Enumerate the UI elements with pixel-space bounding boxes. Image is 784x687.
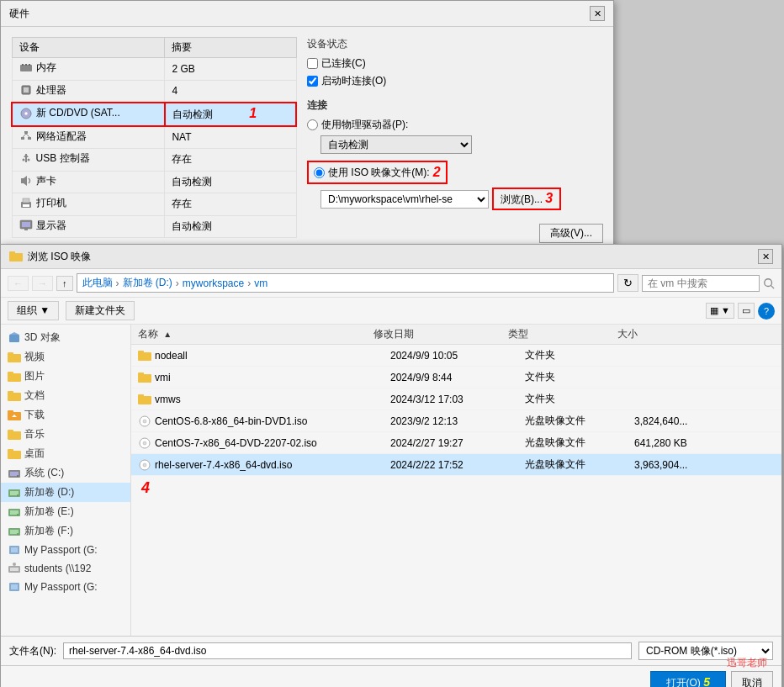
cdrom-icon xyxy=(19,107,33,120)
breadcrumb-vm[interactable]: vm xyxy=(254,277,268,289)
col-size-header[interactable]: 大小 xyxy=(617,327,702,341)
sidebar-item-drive-f[interactable]: 新加卷 (F:) xyxy=(1,521,130,541)
file-row-nodeall[interactable]: nodeall 2024/9/9 10:05 文件夹 xyxy=(131,345,781,367)
refresh-button[interactable]: ↻ xyxy=(617,274,638,292)
sidebar-item-my-passport[interactable]: My Passport (G: xyxy=(1,541,130,559)
col-date-header[interactable]: 修改日期 xyxy=(373,327,508,341)
help-button[interactable]: ? xyxy=(758,303,775,320)
audio-icon xyxy=(19,174,33,188)
back-button[interactable]: ← xyxy=(8,276,29,291)
file-header: 名称 ▲ 修改日期 类型 大小 xyxy=(131,325,781,345)
sidebar-item-downloads[interactable]: 下载 xyxy=(1,405,130,425)
table-row[interactable]: USB 控制器 存在 xyxy=(12,149,296,172)
new-folder-button[interactable]: 新建文件夹 xyxy=(66,301,135,320)
up-button[interactable]: ↑ xyxy=(56,276,73,291)
cancel-button[interactable]: 取消 xyxy=(731,671,773,687)
sidebar-item-music[interactable]: 音乐 xyxy=(1,425,130,444)
breadcrumb-drive[interactable]: 新加卷 (D:) xyxy=(123,276,172,290)
open-button[interactable]: 打开(O) 5 xyxy=(650,671,726,687)
table-row[interactable]: 内存 2 GB xyxy=(12,58,296,81)
sidebar-item-documents[interactable]: 文档 xyxy=(1,386,130,405)
svg-point-15 xyxy=(22,158,24,161)
connection-section: 连接 使用物理驱动器(P): 自动检测 使用 ISO 映像文件(M): 2 xyxy=(307,98,603,210)
svg-rect-58 xyxy=(10,568,19,571)
hardware-dialog: 硬件 ✕ 设备 摘要 内存 xyxy=(0,0,614,254)
iso-radio[interactable] xyxy=(314,167,325,178)
col-type-header[interactable]: 类型 xyxy=(508,327,617,341)
file-row-vmws[interactable]: vmws 2024/3/12 17:03 文件夹 xyxy=(131,388,781,410)
svg-rect-63 xyxy=(138,351,144,354)
bottom-bar: 文件名(N): CD-ROM 映像(*.iso) xyxy=(1,636,781,665)
sidebar-item-students[interactable]: students (\\192 xyxy=(1,559,130,578)
file-row-rhel[interactable]: rhel-server-7.4-x86_64-dvd.iso 2024/2/22… xyxy=(131,454,781,476)
table-row[interactable]: 打印机 存在 xyxy=(12,193,296,216)
browse-close-button[interactable]: ✕ xyxy=(758,249,773,264)
table-row[interactable]: 处理器 4 xyxy=(12,80,296,103)
sidebar-item-pictures[interactable]: 图片 xyxy=(1,367,130,386)
sidebar-item-desktop[interactable]: 桌面 xyxy=(1,444,130,463)
connected-row: 已连接(C) xyxy=(307,56,603,71)
table-row[interactable]: 网络适配器 NAT xyxy=(12,126,296,149)
device-status-section: 设备状态 已连接(C) 启动时连接(O) xyxy=(307,37,603,88)
sidebar-item-drive-c[interactable]: 系统 (C:) xyxy=(1,463,130,483)
table-row[interactable]: 声卡 自动检测 xyxy=(12,171,296,193)
preview-button[interactable]: ▭ xyxy=(738,303,755,319)
svg-point-54 xyxy=(17,533,19,535)
iso-centos7-icon xyxy=(138,436,151,450)
conn-title: 连接 xyxy=(307,98,603,113)
breadcrumb-pc[interactable]: 此电脑 xyxy=(82,276,113,290)
device-table: 设备 摘要 内存 2 GB xyxy=(11,37,297,238)
action-bar: 打开(O) 5 取消 xyxy=(1,665,781,687)
svg-rect-19 xyxy=(23,198,29,203)
search-icon xyxy=(763,277,775,289)
breadcrumb-workspace[interactable]: myworkspace xyxy=(183,277,244,289)
watermark: 迅哥老师 xyxy=(727,656,767,670)
svg-line-27 xyxy=(771,285,775,288)
drive-e-icon xyxy=(8,505,21,519)
table-row-cdrom[interactable]: 新 CD/DVD (SAT... 自动检测 1 xyxy=(12,103,296,126)
iso-label: 使用 ISO 映像文件(M): xyxy=(328,166,430,180)
folder-nodeall-icon xyxy=(138,349,151,362)
hw-titlebar: 硬件 ✕ xyxy=(1,1,613,27)
browse-toolbar: 组织 ▼ 新建文件夹 ▦ ▼ ▭ ? xyxy=(1,298,781,325)
svg-rect-3 xyxy=(29,64,30,66)
col-name-header[interactable]: 名称 ▲ xyxy=(138,327,373,341)
file-area: 名称 ▲ 修改日期 类型 大小 nodeall 2024/9/9 10:05 文… xyxy=(131,325,781,636)
svg-rect-61 xyxy=(11,584,18,589)
browse-nav: ← → ↑ 此电脑 › 新加卷 (D:) › myworkspace › vm … xyxy=(1,269,781,298)
connected-checkbox[interactable] xyxy=(307,58,318,69)
sidebar-item-3d[interactable]: 3D 对象 xyxy=(1,328,130,347)
forward-button[interactable]: → xyxy=(32,276,53,291)
file-row-centos7[interactable]: CentOS-7-x86_64-DVD-2207-02.iso 2024/2/2… xyxy=(131,432,781,454)
svg-rect-40 xyxy=(8,430,13,433)
auto-connect-row: 启动时连接(O) xyxy=(307,74,603,88)
drive-d-icon xyxy=(8,486,21,499)
file-row-vmi[interactable]: vmi 2024/9/9 8:44 文件夹 xyxy=(131,367,781,388)
file-row-centos68[interactable]: CentOS-6.8-x86_64-bin-DVD1.iso 2023/9/2 … xyxy=(131,410,781,432)
sidebar-item-my-passport-g[interactable]: My Passport (G: xyxy=(1,578,130,596)
hw-close-button[interactable]: ✕ xyxy=(590,6,605,21)
sidebar-item-drive-e[interactable]: 新加卷 (E:) xyxy=(1,502,130,521)
iso-path-select[interactable]: D:\myworkspace\vm\rhel-se xyxy=(320,190,489,209)
table-row[interactable]: 显示器 自动检测 xyxy=(12,215,296,238)
auto-connect-checkbox[interactable] xyxy=(307,76,318,87)
svg-point-48 xyxy=(17,494,19,496)
browse-iso-button[interactable]: 浏览(B)... 3 xyxy=(492,188,561,210)
physical-radio[interactable] xyxy=(307,119,318,130)
organize-button[interactable]: 组织 ▼ xyxy=(8,301,59,320)
drive-g-icon xyxy=(8,543,21,557)
hw-title: 硬件 xyxy=(9,7,29,21)
filename-input[interactable] xyxy=(63,642,632,659)
advanced-button[interactable]: 高级(V)... xyxy=(539,224,603,243)
drive-g2-icon xyxy=(8,580,21,594)
svg-marker-14 xyxy=(24,154,29,157)
svg-rect-1 xyxy=(22,64,24,66)
sidebar-item-drive-d[interactable]: 新加卷 (D:) xyxy=(1,483,130,502)
breadcrumb-bar[interactable]: 此电脑 › 新加卷 (D:) › myworkspace › vm xyxy=(77,273,615,293)
step5-badge: 5 xyxy=(703,675,710,687)
physical-label: 使用物理驱动器(P): xyxy=(321,118,408,132)
sidebar-item-video[interactable]: 视频 xyxy=(1,347,130,367)
physical-drive-select[interactable]: 自动检测 xyxy=(320,135,472,154)
search-input[interactable] xyxy=(642,275,760,292)
view-options-button[interactable]: ▦ ▼ xyxy=(706,303,734,319)
